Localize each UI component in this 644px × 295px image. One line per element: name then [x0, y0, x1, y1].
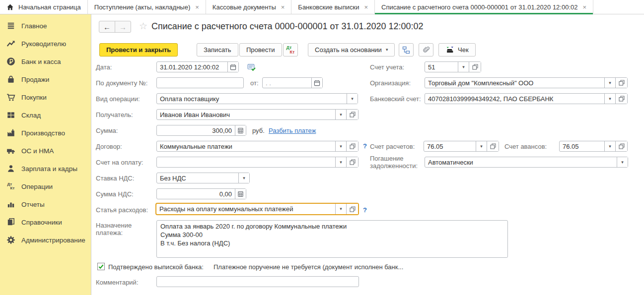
dropdown-button[interactable]: ▾	[238, 173, 249, 183]
expense-item-help-icon[interactable]: ?	[363, 206, 367, 214]
doc-from-date-input[interactable]	[263, 78, 311, 88]
accounting-account-input[interactable]	[425, 62, 458, 72]
calendar-button[interactable]	[227, 62, 238, 72]
chevron-down-icon: ▾	[609, 81, 611, 85]
attachment-button[interactable]	[419, 43, 433, 57]
doc-number-input[interactable]	[157, 78, 243, 88]
date-label: Дата:	[96, 63, 112, 71]
open-button[interactable]	[346, 141, 358, 151]
tab-spisanie-active[interactable]: Списание с расчетного счета 0000-000001 …	[375, 0, 593, 14]
dropdown-button[interactable]: ▾	[604, 94, 615, 104]
bank-account-input[interactable]	[425, 94, 604, 104]
chevron-down-icon: ▾	[340, 207, 342, 211]
sidebar-item-operacii[interactable]: ДтКт Операции	[0, 177, 91, 195]
dropdown-button[interactable]: ▾	[335, 204, 346, 214]
check-button[interactable]: Чек	[438, 43, 476, 57]
dropdown-button[interactable]: ▾	[335, 157, 346, 167]
tab-postuplenie[interactable]: Поступление (акты, накладные) ×	[88, 0, 206, 14]
grid-icon	[5, 110, 17, 120]
open-link-icon	[350, 112, 356, 118]
sidebar-item-sklad[interactable]: Склад	[0, 106, 91, 124]
dropdown-button[interactable]: ▾	[335, 110, 346, 119]
organization-input[interactable]	[425, 78, 604, 88]
calendar-button[interactable]	[311, 78, 322, 88]
sidebar-item-proizvodstvo[interactable]: Производство	[0, 124, 91, 142]
recipient-input[interactable]	[157, 110, 335, 119]
open-link-icon	[619, 96, 625, 102]
truck-icon	[5, 146, 17, 156]
tab-home[interactable]: Начальная страница	[0, 0, 88, 14]
dtkt-icon: ДтКт	[5, 181, 17, 191]
close-icon[interactable]: ×	[364, 3, 368, 11]
structure-button[interactable]	[399, 43, 414, 57]
advance-account-input[interactable]	[560, 141, 604, 151]
sidebar-item-spravochniki[interactable]: Справочники	[0, 213, 91, 231]
tab-kassovye-dokumenty[interactable]: Кассовые документы ×	[206, 0, 292, 14]
date-input[interactable]	[157, 62, 227, 72]
write-button[interactable]: Записать	[197, 43, 238, 57]
dropdown-button[interactable]: ▾	[617, 157, 628, 167]
forward-button[interactable]: →	[115, 21, 131, 32]
chevron-down-icon: ▾	[340, 160, 342, 165]
comment-input[interactable]	[157, 277, 358, 287]
debt-repayment-label: Погашение задолженности:	[370, 155, 422, 170]
post-and-close-button[interactable]: Провести и закрыть	[99, 43, 178, 57]
sidebar-item-prodazhi[interactable]: Продажи	[0, 70, 91, 88]
close-icon[interactable]: ×	[281, 3, 285, 11]
open-button[interactable]	[615, 94, 627, 104]
close-icon[interactable]: ×	[195, 3, 199, 11]
open-button[interactable]	[346, 110, 358, 119]
bag-icon	[5, 74, 17, 84]
contract-field-group: ▾	[156, 141, 358, 152]
settlement-account-field-group: ▾	[424, 141, 499, 152]
cash-register-icon	[445, 46, 455, 54]
sidebar-item-rukovoditelyu[interactable]: Руководителю	[0, 35, 91, 53]
calc-button[interactable]	[235, 125, 246, 135]
invoice-field-group: ▾	[156, 157, 358, 168]
back-button[interactable]: ←	[99, 21, 115, 32]
calc-button[interactable]	[235, 189, 246, 199]
date-field-group	[156, 61, 239, 72]
bank-confirmed-checkbox[interactable]	[97, 263, 105, 270]
settlement-account-label: Счет расчетов:	[370, 143, 415, 150]
vat-amount-input[interactable]	[157, 189, 235, 199]
contract-help-icon[interactable]: ?	[363, 142, 367, 150]
split-payment-link[interactable]: Разбить платеж	[269, 127, 316, 134]
sidebar-item-os-i-nma[interactable]: ОС и НМА	[0, 142, 91, 160]
expense-item-input[interactable]	[156, 204, 335, 214]
sidebar-item-glavnoe[interactable]: Главное	[0, 17, 91, 35]
sidebar-item-zarplata-i-kadry[interactable]: Зарплата и кадры	[0, 160, 91, 177]
open-button[interactable]	[346, 204, 358, 214]
debt-repayment-input[interactable]	[425, 157, 617, 167]
dropdown-button[interactable]: ▾	[335, 141, 346, 151]
create-based-on-button[interactable]: Создать на основании ▾	[308, 43, 395, 57]
close-icon[interactable]: ×	[582, 3, 586, 11]
dropdown-button[interactable]: ▾	[476, 141, 487, 151]
dropdown-button[interactable]: ▾	[458, 62, 469, 72]
fill-from-document-button[interactable]	[247, 63, 256, 73]
dropdown-button[interactable]: ▾	[604, 141, 615, 151]
sidebar-item-otchety[interactable]: Отчеты	[0, 195, 91, 213]
open-button[interactable]	[469, 62, 481, 72]
sidebar-item-pokupki[interactable]: Покупки	[0, 88, 91, 106]
open-button[interactable]	[615, 141, 627, 151]
post-button[interactable]: Провести	[239, 43, 282, 57]
vat-rate-input[interactable]	[157, 173, 238, 183]
dropdown-button[interactable]: ▾	[604, 78, 615, 88]
settlement-account-input[interactable]	[424, 141, 476, 151]
sidebar-item-administrirovanie[interactable]: Администрирование	[0, 231, 91, 249]
sidebar-item-bank-i-kassa[interactable]: Банк и касса	[0, 53, 91, 70]
amount-input[interactable]	[157, 125, 235, 135]
open-button[interactable]	[346, 157, 358, 167]
open-button[interactable]	[487, 141, 499, 151]
purpose-textarea[interactable]: Оплата за январь 2020 г. по договору Ком…	[156, 220, 508, 258]
tab-label: Поступление (акты, накладные)	[94, 3, 190, 11]
contract-input[interactable]	[157, 141, 335, 151]
open-button[interactable]	[615, 78, 627, 88]
dropdown-button[interactable]: ▾	[347, 94, 358, 104]
operation-kind-input[interactable]	[157, 94, 347, 104]
invoice-input[interactable]	[157, 157, 335, 167]
favorite-star-icon[interactable]: ☆	[139, 20, 147, 32]
tab-bankovskie-vypiski[interactable]: Банковские выписки ×	[291, 0, 375, 14]
dtkt-button[interactable]: ДтКт	[283, 43, 298, 57]
